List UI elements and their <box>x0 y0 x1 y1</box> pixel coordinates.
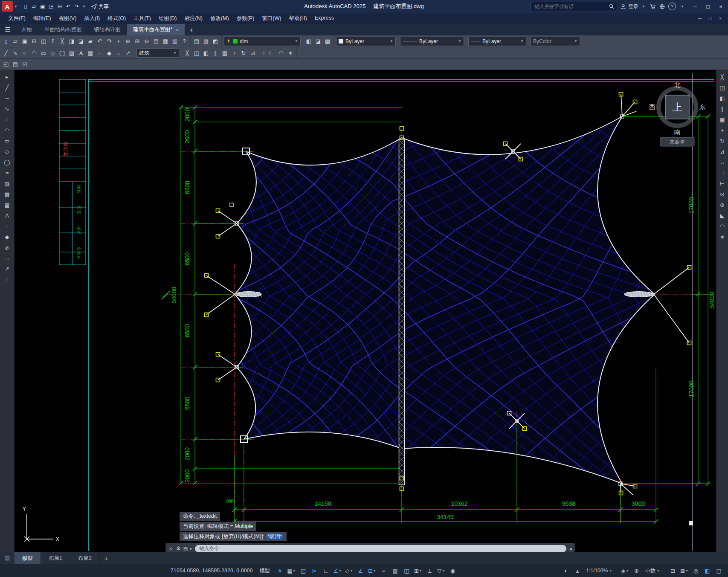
layer-properties-icon[interactable]: ▤ <box>192 37 201 46</box>
menu-参数P[interactable]: 参数(P) <box>233 13 258 24</box>
xref-attach-icon[interactable]: ◰ <box>1 60 11 69</box>
rotate-icon[interactable]: ↻ <box>239 48 248 58</box>
mtext-icon[interactable]: A <box>2 210 12 221</box>
share-button[interactable]: 共享 <box>91 3 109 10</box>
recent-commands-icon[interactable]: ▤ ▼ <box>183 546 192 551</box>
fillet-icon[interactable]: ◠ <box>276 48 286 58</box>
snap-settings-icon[interactable]: ⊡ <box>20 60 29 69</box>
rotate-icon[interactable]: ↻ <box>717 136 728 146</box>
fillet-icon[interactable]: ◠ <box>717 221 728 232</box>
pan-icon[interactable]: + <box>114 37 123 46</box>
grid-toggle[interactable]: # <box>274 565 286 576</box>
quick-properties-toggle[interactable]: ⊟ <box>667 565 679 576</box>
mirror-icon[interactable]: ◧ <box>201 48 211 58</box>
layout-tab-布局1[interactable]: 布局1 <box>41 552 70 564</box>
infer-constraints-toggle[interactable]: ◱ <box>297 565 309 576</box>
drawing-canvas[interactable]: 膜结构建筑结构电气给排水2000200065006500650065002000… <box>14 70 716 552</box>
ellipse-icon[interactable]: ◯ <box>2 157 12 168</box>
file-tab[interactable]: 建筑平面布置图*× <box>127 24 185 35</box>
dimension-icon[interactable]: ↔ <box>114 48 123 58</box>
hatch-icon[interactable]: ▨ <box>2 178 12 189</box>
point-icon[interactable]: ∙ <box>2 221 12 232</box>
dimension-icon[interactable]: ↔ <box>2 253 12 264</box>
point-icon[interactable]: ∙ <box>95 48 104 58</box>
menu-Express[interactable]: Express <box>311 13 338 24</box>
paste-icon[interactable]: ◪ <box>76 37 86 46</box>
new-layout-button[interactable]: + <box>100 552 113 564</box>
open-icon[interactable]: ▱ <box>11 37 20 46</box>
layout-tab-模型[interactable]: 模型 <box>15 552 41 564</box>
3d-object-snap-toggle[interactable]: ⊞▼ <box>412 565 424 576</box>
lock-ui-toggle[interactable]: ⊠▼ <box>679 565 690 576</box>
extend-icon[interactable]: ⊢ <box>267 48 276 58</box>
construction-line-icon[interactable]: ─ <box>2 93 12 104</box>
plotstyle-control-dropdown[interactable]: ByColor ▼ <box>531 37 580 46</box>
select-icon[interactable]: ▸ <box>2 72 12 82</box>
spline-icon[interactable]: ≈ <box>2 168 12 178</box>
file-tab[interactable]: 钢结构详图 <box>88 24 128 35</box>
break-icon[interactable]: ⊘ <box>717 189 728 200</box>
dynamic-ucs-toggle[interactable]: ⊥ <box>424 565 435 576</box>
qat-caret-icon[interactable]: ▼ <box>82 5 86 9</box>
menu-插入I[interactable]: 插入(I) <box>80 13 104 24</box>
publish-icon[interactable]: ↥ <box>48 37 58 46</box>
move-icon[interactable]: + <box>717 125 728 136</box>
doc-close-button[interactable]: × <box>715 16 725 21</box>
maximize-button[interactable]: □ <box>702 0 714 12</box>
zoom-previous-icon[interactable]: ⊖ <box>142 37 151 46</box>
zoom-realtime-icon[interactable]: ⊕ <box>123 37 133 46</box>
polygon-icon[interactable]: ◇ <box>2 146 12 157</box>
offset-icon[interactable]: ∥ <box>717 104 728 114</box>
selection-filtering-toggle[interactable]: ▽▼ <box>435 565 447 576</box>
save-icon[interactable]: ▣ <box>20 37 29 46</box>
gizmo-toggle[interactable]: ◉ <box>447 565 458 576</box>
search-icon[interactable] <box>609 4 614 9</box>
scale-icon[interactable]: ⊿ <box>248 48 258 58</box>
trim-icon[interactable]: ⊣ <box>717 168 728 178</box>
revision-cloud-icon[interactable]: ◌ <box>2 274 12 285</box>
move-icon[interactable]: + <box>229 48 239 58</box>
measure-icon[interactable]: ⌀ <box>2 242 12 253</box>
menu-工具T[interactable]: 工具(T) <box>130 13 155 24</box>
help-caret-icon[interactable]: ▼ <box>681 5 684 9</box>
isolate-objects-toggle[interactable]: ◎ <box>690 565 702 576</box>
app-menu-caret-icon[interactable]: ▼ <box>14 5 17 9</box>
qnew-icon[interactable]: ▯ <box>1 37 11 46</box>
cut-icon[interactable]: ╳ <box>58 37 67 46</box>
file-tab-menu-icon[interactable]: ☰ <box>0 24 15 35</box>
redo-icon[interactable]: ↷ <box>73 2 81 11</box>
sign-in-button[interactable]: 登录 ▼ <box>621 3 647 10</box>
save-as-icon[interactable]: ◳ <box>47 2 55 11</box>
file-tab[interactable]: 开始 <box>15 24 38 35</box>
ortho-toggle[interactable]: ∟ <box>320 565 332 576</box>
layer-walk-icon[interactable]: ▩ <box>323 37 332 46</box>
menu-文件F[interactable]: 文件(F) <box>4 13 29 24</box>
annotation-scale-dropdown[interactable]: 1:1/100% ▼ <box>583 568 615 574</box>
autoscale-toggle[interactable]: ▴ <box>571 565 583 576</box>
customize-command-icon[interactable]: ⚙ <box>176 545 181 551</box>
erase-icon[interactable]: ╳ <box>183 48 192 58</box>
designcenter-icon[interactable]: ▦ <box>161 37 170 46</box>
close-command-icon[interactable]: × <box>168 545 174 552</box>
stretch-icon[interactable]: ↔ <box>717 157 728 168</box>
open-file-icon[interactable]: ▱ <box>30 2 38 11</box>
properties-icon[interactable]: ▤ <box>151 37 161 46</box>
help-icon[interactable]: ? <box>180 37 189 46</box>
polygon-icon[interactable]: ◇ <box>48 48 58 58</box>
block-icon[interactable]: ◆ <box>104 48 114 58</box>
arc-icon[interactable]: ◠ <box>29 48 39 58</box>
new-drawing-tab-button[interactable]: + <box>185 24 198 35</box>
copy-icon[interactable]: ◫ <box>717 82 728 93</box>
polar-tracking-toggle[interactable]: ∠▼ <box>332 565 343 576</box>
layout-menu-icon[interactable]: ☰ <box>0 552 15 564</box>
block-insert-icon[interactable]: ◆ <box>2 232 12 242</box>
save-icon[interactable]: ▣ <box>38 2 47 11</box>
app-store-cart-icon[interactable] <box>650 4 656 9</box>
leader-icon[interactable]: ↗ <box>123 48 133 58</box>
menu-修改M[interactable]: 修改(M) <box>206 13 233 24</box>
minimize-button[interactable]: ─ <box>689 0 702 12</box>
lineweight-toggle[interactable]: ≡ <box>378 565 389 576</box>
table-icon[interactable]: ▦ <box>86 48 95 58</box>
match-properties-icon[interactable]: ▰ <box>86 37 95 46</box>
dynamic-input-toggle[interactable]: ⊳ <box>309 565 320 576</box>
